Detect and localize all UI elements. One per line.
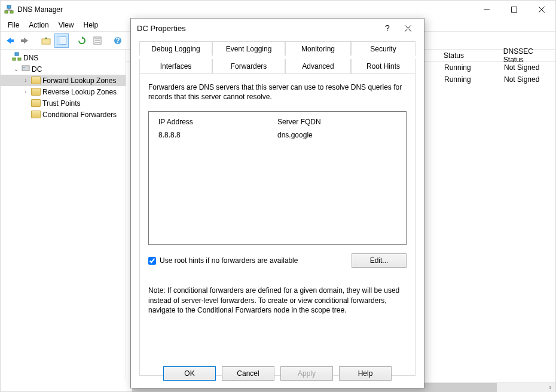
svg-rect-4	[512, 7, 517, 13]
svg-rect-11	[57, 36, 60, 44]
tab-debug-logging[interactable]: Debug Logging	[139, 41, 212, 56]
help-button[interactable]: ?	[111, 33, 125, 48]
dns-root-icon	[12, 52, 22, 63]
folder-icon	[31, 76, 41, 84]
col-dnssec[interactable]: DNSSEC Status	[496, 47, 555, 64]
tree-node-trust-points[interactable]: Trust Points	[1, 97, 126, 109]
tab-monitoring[interactable]: Monitoring	[285, 41, 351, 56]
svg-rect-24	[22, 66, 29, 71]
chevron-right-icon[interactable]: ›	[22, 88, 29, 95]
close-button[interactable]	[528, 1, 555, 19]
show-hide-tree-button[interactable]	[54, 33, 69, 48]
svg-rect-1	[5, 11, 8, 13]
maximize-button[interactable]	[500, 1, 528, 19]
properties-button[interactable]	[90, 33, 105, 48]
cell-ip: 8.8.8.8	[158, 131, 277, 139]
refresh-button[interactable]	[75, 33, 89, 48]
tab-root-hints[interactable]: Root Hints	[351, 59, 416, 74]
dialog-title: DC Properties	[137, 24, 186, 33]
back-button[interactable]	[3, 33, 17, 48]
forward-button[interactable]	[19, 33, 33, 48]
tree-server-dc[interactable]: ⌄ DC	[1, 63, 126, 75]
tab-security[interactable]: Security	[351, 41, 416, 56]
scope-tree[interactable]: DNS ⌄ DC › Forward Lookup Zones › Revers…	[1, 50, 126, 379]
svg-text:?: ?	[115, 36, 120, 45]
svg-rect-8	[21, 39, 25, 42]
dc-properties-dialog: DC Properties ? Debug Logging Event Logg…	[130, 18, 424, 388]
forwarders-note: Note: If conditional forwarders are defi…	[148, 286, 407, 315]
dialog-close-button[interactable]	[398, 19, 418, 38]
tree-label: Conditional Forwarders	[42, 111, 117, 119]
cell-dnssec: Not Signed	[497, 63, 539, 72]
tree-node-reverse-lookup[interactable]: › Reverse Lookup Zones	[1, 86, 126, 97]
svg-rect-23	[18, 58, 21, 60]
svg-rect-25	[23, 67, 25, 68]
use-root-hints-checkbox[interactable]	[148, 257, 156, 265]
menu-view[interactable]: View	[54, 20, 79, 30]
titlebar: DNS Manager	[1, 1, 555, 19]
tree-node-conditional-forwarders[interactable]: Conditional Forwarders	[1, 109, 126, 120]
tab-strip-row2: Interfaces Forwarders Advanced Root Hint…	[139, 59, 416, 74]
folder-icon	[31, 88, 41, 96]
apply-button[interactable]: Apply	[280, 366, 333, 381]
dns-app-icon	[4, 5, 14, 14]
svg-rect-0	[7, 5, 11, 8]
svg-rect-2	[10, 11, 13, 13]
up-folder-button[interactable]	[39, 33, 53, 48]
tree-root-dns[interactable]: DNS	[1, 52, 126, 63]
cell-status: Running	[437, 63, 497, 72]
minimize-button[interactable]	[473, 1, 500, 19]
help-button[interactable]: Help	[339, 366, 392, 381]
folder-icon	[31, 111, 41, 118]
menu-action[interactable]: Action	[24, 20, 53, 30]
server-icon	[22, 64, 30, 74]
tree-label: Reverse Lookup Zones	[42, 88, 117, 96]
menu-file[interactable]: File	[3, 20, 24, 30]
cell-dnssec: Not Signed	[497, 75, 539, 84]
chevron-right-icon[interactable]: ›	[22, 77, 29, 84]
cell-fqdn: dns.google	[277, 131, 396, 139]
forwarder-row[interactable]: 8.8.8.8 dns.google	[158, 131, 396, 139]
scroll-right-icon[interactable]: ›	[545, 382, 555, 393]
svg-rect-7	[10, 39, 14, 42]
col-ip-address: IP Address	[158, 118, 277, 126]
svg-rect-22	[13, 58, 16, 60]
cancel-button[interactable]: Cancel	[222, 366, 274, 381]
tab-event-logging[interactable]: Event Logging	[212, 41, 285, 56]
window-title: DNS Manager	[17, 5, 63, 14]
tree-label: Trust Points	[42, 99, 81, 108]
tab-advanced[interactable]: Advanced	[285, 59, 351, 74]
dialog-help-button[interactable]: ?	[377, 19, 398, 38]
cell-status: Running	[437, 75, 497, 84]
svg-rect-9	[42, 39, 50, 44]
tab-interfaces[interactable]: Interfaces	[139, 59, 212, 74]
tree-node-forward-lookup[interactable]: › Forward Lookup Zones	[1, 75, 126, 86]
forwarders-listbox[interactable]: IP Address Server FQDN 8.8.8.8 dns.googl…	[148, 111, 407, 245]
col-status[interactable]: Status	[436, 51, 496, 60]
chevron-down-icon[interactable]: ⌄	[13, 66, 20, 72]
tree-label: DNS	[23, 54, 38, 62]
use-root-hints-label: Use root hints if no forwarders are avai…	[160, 256, 298, 265]
tree-label: Forward Lookup Zones	[42, 76, 116, 85]
tab-strip: Debug Logging Event Logging Monitoring S…	[139, 41, 416, 56]
menu-help[interactable]: Help	[79, 20, 103, 30]
dialog-titlebar: DC Properties ?	[131, 19, 424, 38]
svg-rect-21	[15, 53, 19, 56]
ok-button[interactable]: OK	[163, 366, 216, 381]
tab-forwarders[interactable]: Forwarders	[212, 59, 285, 74]
tree-label: DC	[32, 65, 42, 74]
col-server-fqdn: Server FQDN	[277, 118, 396, 126]
folder-icon	[31, 99, 41, 107]
edit-button[interactable]: Edit...	[352, 253, 407, 268]
dialog-button-row: OK Cancel Apply Help	[131, 366, 424, 381]
tab-panel-forwarders: Forwarders are DNS servers that this ser…	[139, 74, 416, 376]
forwarders-description: Forwarders are DNS servers that this ser…	[148, 82, 407, 102]
